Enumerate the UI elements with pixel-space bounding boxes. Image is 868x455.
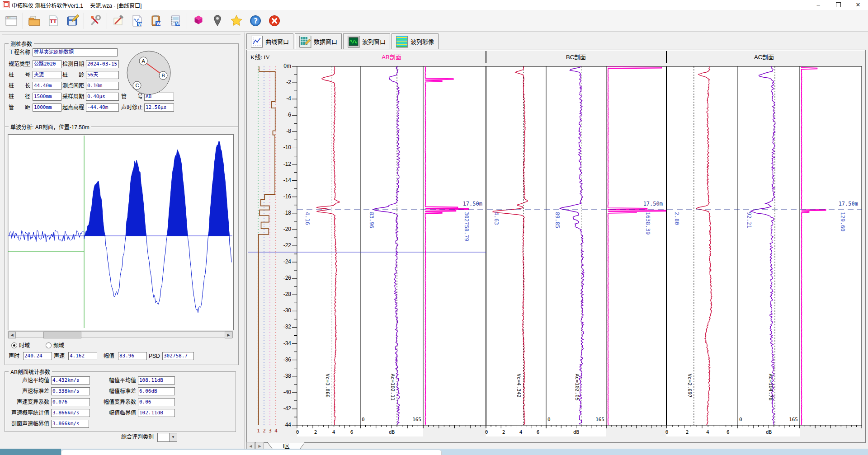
- report-curve-icon[interactable]: W: [128, 12, 146, 30]
- speed-mean-field[interactable]: 4.432km/s: [51, 376, 90, 385]
- time-domain-radio[interactable]: 时域: [11, 342, 30, 349]
- svg-text:W: W: [138, 22, 142, 26]
- sound-time-field[interactable]: 240.24: [23, 352, 52, 360]
- report-book-icon[interactable]: W: [166, 12, 184, 30]
- svg-text:TT: TT: [50, 19, 57, 24]
- start-elevation-field[interactable]: -44.40m: [86, 103, 119, 112]
- group-title: AB剖面统计参数: [9, 368, 52, 375]
- time-correction-field[interactable]: 12.56μs: [144, 103, 174, 112]
- amp-critical-field[interactable]: 102.11dB: [138, 409, 175, 417]
- pile-length-field[interactable]: 44.40m: [33, 82, 61, 90]
- group-title: 单波分析: AB剖面，位置-17.50m: [9, 123, 91, 131]
- curve-icon: [251, 36, 263, 47]
- field-label: 桩 长: [9, 82, 32, 90]
- data-table-icon: [299, 36, 311, 47]
- chevron-down-icon[interactable]: ▼: [169, 433, 177, 441]
- svg-text:C: C: [136, 83, 139, 88]
- minimize-icon[interactable]: –: [808, 0, 828, 10]
- sound-speed-field[interactable]: 4.162: [68, 352, 97, 360]
- field-label: 桩 号: [9, 71, 32, 79]
- scrollbar-thumb[interactable]: [43, 332, 81, 338]
- font-setting-icon[interactable]: TT: [44, 12, 62, 30]
- tab-wavetrain-color[interactable]: 波列彩像: [392, 33, 439, 49]
- sample-period-field[interactable]: 0.40μs: [86, 93, 119, 101]
- pile-diameter-field[interactable]: 1500mm: [33, 93, 61, 101]
- amp-std-field[interactable]: 6.06dB: [138, 387, 175, 395]
- svg-text:A: A: [142, 58, 146, 64]
- title-bar: 中拓科仪 测桩分析软件Ver1.1 夹泥.wza - [曲线窗口] – ✕: [0, 0, 868, 10]
- tab-curve-window[interactable]: 曲线窗口: [246, 33, 293, 49]
- field-label: 声速平均值: [9, 376, 49, 385]
- svg-text:?: ?: [254, 17, 258, 25]
- oscilloscope-icon: [348, 36, 359, 47]
- field-label: 测点间距: [62, 82, 86, 90]
- field-label: 幅值临界值: [91, 409, 136, 417]
- judge-label: 综合评判类别: [121, 433, 154, 441]
- field-label: 声速: [54, 352, 65, 360]
- field-label: 剖面声速临界值: [5, 420, 49, 428]
- location-icon[interactable]: [208, 12, 226, 30]
- speed-cv-field[interactable]: 0.076: [51, 398, 90, 406]
- left-panel: 测桩参数 工程名称 桩基夹泥原始数据 规范类型 公路2020 检测日期 2024…: [0, 33, 245, 450]
- exit-icon[interactable]: [265, 12, 283, 30]
- spec-type-field[interactable]: 公路2020: [33, 60, 61, 68]
- svg-text:B: B: [162, 73, 165, 78]
- pile-params-group: 测桩参数 工程名称 桩基夹泥原始数据 规范类型 公路2020 检测日期 2024…: [5, 43, 239, 129]
- repair-icon[interactable]: [109, 12, 127, 30]
- kline-title: K线: IV: [250, 52, 270, 61]
- field-label: 幅值: [104, 352, 114, 360]
- field-label: 幅值标准差: [91, 387, 136, 395]
- amplitude-field[interactable]: 83.96: [118, 352, 147, 360]
- judge-select[interactable]: ▼: [157, 433, 177, 442]
- tube-layout-diagram: A B C: [125, 49, 172, 96]
- toolbar: TT W W W ?: [0, 10, 868, 32]
- window-tabs: 曲线窗口 数据窗口 波列窗口 波列彩像: [246, 33, 440, 49]
- save-icon[interactable]: [63, 12, 81, 30]
- svg-text:W: W: [176, 22, 180, 26]
- amp-mean-field[interactable]: 108.11dB: [138, 376, 175, 385]
- field-label: 声时: [9, 352, 19, 360]
- favorite-icon[interactable]: [227, 12, 245, 30]
- freq-domain-radio[interactable]: 频域: [46, 342, 64, 349]
- pile-no-field[interactable]: 夹泥: [33, 71, 61, 79]
- profile-speed-critical-field[interactable]: 3.866km/s: [51, 420, 89, 428]
- color-image-icon: [396, 36, 408, 47]
- project-name-field[interactable]: 桩基夹泥原始数据: [33, 48, 118, 56]
- view-3d-icon[interactable]: [189, 12, 208, 30]
- point-spacing-field[interactable]: 0.10m: [86, 82, 119, 90]
- field-label: 工程名称: [9, 48, 32, 56]
- divider: [2, 34, 241, 36]
- waveform-display[interactable]: [8, 134, 234, 330]
- group-title: 测桩参数: [9, 40, 34, 47]
- waveform-scrollbar[interactable]: ◀ ▶: [8, 331, 233, 338]
- speed-prob-field[interactable]: 3.866km/s: [51, 409, 90, 417]
- taskbar-search[interactable]: [61, 450, 442, 455]
- open-file-icon[interactable]: [25, 12, 43, 30]
- profile-chart[interactable]: K线: IV AB剖面 BC剖面 AC剖面 0m-2-4-6-8-10-12-1…: [246, 50, 866, 443]
- window-title: 中拓科仪 测桩分析软件Ver1.1 夹泥.wza - [曲线窗口]: [12, 1, 142, 9]
- report-word-icon[interactable]: W: [147, 12, 165, 30]
- pile-age-field[interactable]: 56天: [86, 71, 119, 79]
- tools-icon[interactable]: [86, 12, 104, 30]
- tab-label: 曲线窗口: [265, 37, 289, 46]
- help-icon[interactable]: ?: [246, 12, 264, 30]
- scroll-right-icon[interactable]: ▶: [225, 332, 232, 338]
- tab-wavetrain-window[interactable]: 波列窗口: [343, 33, 390, 49]
- chart-canvas[interactable]: [247, 50, 865, 442]
- speed-std-field[interactable]: 0.338km/s: [51, 387, 90, 395]
- maximize-icon[interactable]: [828, 0, 848, 10]
- taskbar-strip: [0, 449, 868, 455]
- right-panel: 曲线窗口 数据窗口 波列窗口 波列彩像 K线: IV AB剖面 BC剖面 AC剖…: [244, 33, 868, 455]
- amp-cv-field[interactable]: 0.06: [138, 398, 175, 406]
- new-window-icon[interactable]: [2, 12, 20, 30]
- close-icon[interactable]: ✕: [848, 0, 868, 10]
- field-label: 声速标准差: [9, 387, 49, 395]
- field-label: 采样周期: [62, 93, 86, 101]
- test-date-field[interactable]: 2024-03-15: [86, 60, 119, 68]
- tab-data-window[interactable]: 数据窗口: [295, 33, 342, 49]
- tab-label: 数据窗口: [314, 37, 337, 46]
- tube-spacing-field[interactable]: 1000mm: [33, 103, 61, 112]
- psd-field[interactable]: 302758.7: [162, 352, 194, 360]
- field-label: 起点高程: [62, 103, 86, 112]
- scroll-left-icon[interactable]: ◀: [8, 332, 16, 338]
